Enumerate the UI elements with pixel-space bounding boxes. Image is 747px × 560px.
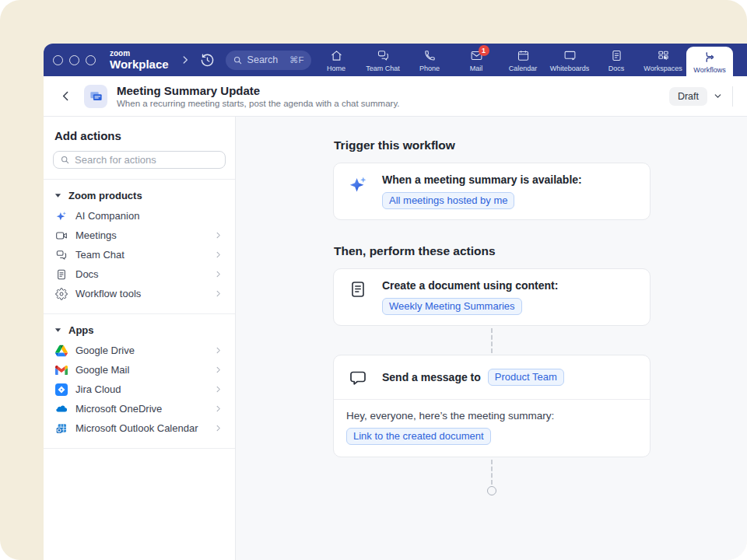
zoom-workplace-logo: zoom Workplace xyxy=(110,50,169,70)
logo-text-workplace: Workplace xyxy=(110,58,169,70)
search-placeholder: Search xyxy=(247,54,279,65)
caret-down-icon xyxy=(54,327,61,334)
back-button[interactable] xyxy=(59,89,72,103)
chevron-right-icon[interactable] xyxy=(180,54,191,65)
document-content-chip[interactable]: Weekly Meeting Summaries xyxy=(382,298,522,315)
header-actions: Draft xyxy=(669,86,733,107)
window-control-button[interactable] xyxy=(86,55,96,65)
nav-item-label: Workflows xyxy=(693,66,725,74)
document-icon xyxy=(346,278,370,299)
status-badge[interactable]: Draft xyxy=(669,87,707,106)
app-window: zoom Workplace Search ⌘F HomeTeam ChatPh… xyxy=(44,44,747,560)
workflow-connector xyxy=(491,460,493,485)
nav-item-label: Calendar xyxy=(509,65,538,72)
nav-item-calendar[interactable]: Calendar xyxy=(500,44,546,76)
message-recipient-chip[interactable]: Product Team xyxy=(488,369,564,386)
nav-item-whiteboards[interactable]: Whiteboards xyxy=(546,44,593,76)
nav-item-label: Home xyxy=(327,65,345,72)
sidebar-item-team-chat[interactable]: Team Chat xyxy=(53,245,226,264)
nav-item-more[interactable]: More xyxy=(733,44,747,76)
actions-search-field xyxy=(53,151,226,169)
sidebar-item-meetings[interactable]: Meetings xyxy=(53,226,226,245)
workflow-thumbnail xyxy=(84,85,107,108)
google-mail-icon xyxy=(55,364,68,376)
nav-item-phone[interactable]: Phone xyxy=(406,44,453,76)
sidebar-item-google-mail[interactable]: Google Mail xyxy=(53,360,226,380)
logo-text-zoom: zoom xyxy=(110,50,169,58)
trigger-scope-chip[interactable]: All meetings hosted by me xyxy=(382,192,514,209)
nav-item-label: Mail xyxy=(470,65,483,72)
sidebar-item-label: Team Chat xyxy=(75,249,124,261)
actions-section-heading: Then, perform these actions xyxy=(334,244,651,258)
nav-item-label: Team Chat xyxy=(366,65,400,72)
sidebar-item-workflow-tools[interactable]: Workflow tools xyxy=(53,284,226,303)
window-control-button[interactable] xyxy=(53,55,63,65)
search-icon xyxy=(60,155,70,165)
trigger-title: When a meeting summary is available: xyxy=(382,173,582,187)
sidebar-item-microsoft-outlook-calendar[interactable]: Microsoft Outlook Calendar xyxy=(53,418,226,438)
mail-icon: 1 xyxy=(470,49,483,62)
sidebar-item-microsoft-onedrive[interactable]: Microsoft OneDrive xyxy=(53,399,226,418)
sidebar-item-label: Workflow tools xyxy=(75,288,141,299)
chevron-right-icon xyxy=(214,231,223,240)
sidebar-item-ai-companion[interactable]: AI Companion xyxy=(53,206,226,226)
send-message-action-card[interactable]: Send a message to Product Team Hey, ever… xyxy=(333,355,651,457)
nav-item-workspaces[interactable]: Workspaces xyxy=(640,44,686,76)
sidebar-title: Add actions xyxy=(54,129,226,142)
onedrive-icon xyxy=(55,403,68,415)
nav-item-workflows[interactable]: Workflows xyxy=(686,47,733,76)
sidebar-item-label: Docs xyxy=(75,268,99,280)
chevron-right-icon xyxy=(214,366,223,374)
workflow-header: Meeting Summary Update When a recurring … xyxy=(44,76,747,117)
send-message-title: Send a message to xyxy=(382,370,481,385)
section-header-apps[interactable]: Apps xyxy=(53,314,226,341)
history-icon[interactable] xyxy=(200,53,215,68)
nav-item-label: Docs xyxy=(608,65,625,72)
phone-icon xyxy=(423,49,437,62)
actions-search-input[interactable] xyxy=(75,154,219,166)
nav-item-docs[interactable]: Docs xyxy=(593,44,640,76)
jira-icon xyxy=(55,383,68,396)
workflow-end-node[interactable] xyxy=(487,486,496,495)
create-document-action-card[interactable]: Create a document using content: Weekly … xyxy=(333,268,651,326)
chevron-right-icon xyxy=(214,289,223,298)
section-label: Zoom products xyxy=(68,190,142,201)
chevron-right-icon xyxy=(214,424,223,432)
sidebar-item-label: Meetings xyxy=(75,229,117,241)
caret-down-icon xyxy=(54,192,61,199)
main-navigation: HomeTeam ChatPhone1MailCalendarWhiteboar… xyxy=(313,44,747,76)
nav-item-label: Phone xyxy=(419,65,440,72)
nav-item-home[interactable]: Home xyxy=(313,44,359,76)
sidebar-item-docs[interactable]: Docs xyxy=(53,264,226,284)
docs-icon xyxy=(610,49,623,62)
page-title: Meeting Summary Update xyxy=(117,84,400,97)
calendar-icon xyxy=(517,49,530,62)
global-search-input[interactable]: Search ⌘F xyxy=(226,51,311,70)
page-subtitle: When a recurring meeting starts, post th… xyxy=(117,99,400,108)
sidebar-item-google-drive[interactable]: Google Drive xyxy=(53,341,226,360)
sidebar-item-label: Google Drive xyxy=(75,345,135,356)
gear-icon xyxy=(55,288,68,300)
chevron-right-icon xyxy=(214,250,223,259)
trigger-section-heading: Trigger this workflow xyxy=(334,138,651,152)
ai-companion-icon xyxy=(55,210,68,222)
workflow-badge-icon xyxy=(89,89,103,103)
nav-item-team-chat[interactable]: Team Chat xyxy=(359,44,406,76)
sidebar-item-jira-cloud[interactable]: Jira Cloud xyxy=(53,380,226,399)
sidebar-item-label: Microsoft Outlook Calendar xyxy=(75,422,198,434)
trigger-card[interactable]: When a meeting summary is available: All… xyxy=(333,163,651,220)
header-divider xyxy=(732,86,733,107)
search-icon xyxy=(233,55,243,65)
chevron-down-icon[interactable] xyxy=(713,91,723,101)
document-link-chip[interactable]: Link to the created document xyxy=(346,428,491,445)
section-header-zoom-products[interactable]: Zoom products xyxy=(53,180,226,206)
workflow-canvas: Trigger this workflow When a meeting sum… xyxy=(236,117,747,560)
window-control-button[interactable] xyxy=(69,55,79,65)
workflow-connector xyxy=(491,328,493,353)
nav-item-mail[interactable]: 1Mail xyxy=(453,44,500,76)
sidebar-item-label: AI Companion xyxy=(75,210,139,222)
meetings-icon xyxy=(55,229,68,242)
workflow-titles: Meeting Summary Update When a recurring … xyxy=(117,84,400,108)
message-body-text: Hey, everyone, here’s the meeting summar… xyxy=(346,409,637,423)
outlook-calendar-icon xyxy=(55,422,68,435)
